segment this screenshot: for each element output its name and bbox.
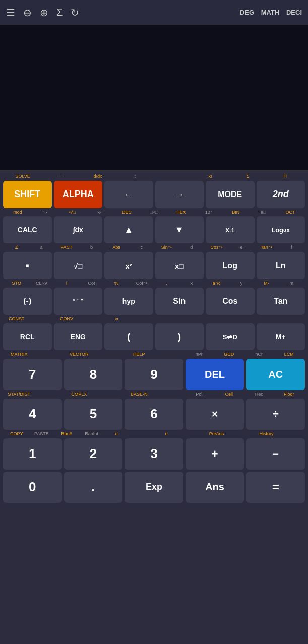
- log-button[interactable]: Log: [206, 252, 255, 279]
- up-arrow-button[interactable]: ▲: [104, 216, 153, 243]
- sec-empty-r8: [254, 316, 279, 323]
- three-button[interactable]: 3: [125, 438, 183, 470]
- cos-button[interactable]: Cos: [206, 288, 255, 315]
- hyp-button[interactable]: hyp: [104, 288, 153, 315]
- sec-mod: mod: [4, 210, 31, 216]
- second-button[interactable]: 2nd: [257, 181, 305, 208]
- xbox-button[interactable]: x□: [155, 252, 204, 279]
- std-button[interactable]: S⇌D: [206, 323, 255, 350]
- fraction-button[interactable]: ▪: [3, 252, 52, 279]
- del-button[interactable]: DEL: [186, 359, 244, 390]
- dms-button[interactable]: ° ' ": [54, 288, 103, 315]
- eight-button[interactable]: 8: [64, 359, 123, 390]
- sec-vector: VECTOR: [64, 352, 94, 358]
- multiply-button[interactable]: ×: [186, 399, 244, 430]
- open-paren-button[interactable]: (: [104, 323, 153, 350]
- sec-stat: STAT/DIST: [4, 392, 34, 398]
- expression-display: [7, 140, 301, 150]
- sec-bin: BIN: [222, 210, 250, 216]
- rcl-button[interactable]: RCL: [3, 323, 52, 350]
- sigma-icon[interactable]: Σ: [56, 7, 63, 18]
- sec-labels-sqrt: ∠ a FACT b Abs c Sin⁻¹ d Cos⁻¹ e Tan⁻¹ f: [2, 244, 306, 251]
- menu-icon[interactable]: ☰: [6, 7, 15, 19]
- refresh-icon[interactable]: ↻: [71, 7, 79, 19]
- sec-labels-rcl: CONST CONV ∞: [2, 316, 306, 323]
- minus-circle-icon[interactable]: ⊖: [23, 7, 32, 19]
- sec-f: f: [279, 245, 304, 251]
- eng-button[interactable]: ENG: [54, 323, 103, 350]
- calc-button[interactable]: CALC: [3, 216, 52, 243]
- sec-labels-shift: SOLVE = d/dx : x! Σ Π: [2, 173, 306, 180]
- display-area: [0, 25, 308, 171]
- equals-button[interactable]: =: [246, 472, 305, 503]
- x-inv-button[interactable]: x-1: [206, 216, 255, 243]
- exp-button[interactable]: Exp: [125, 472, 183, 503]
- two-button[interactable]: 2: [64, 438, 123, 470]
- sec-empty-r2: [79, 316, 104, 323]
- divide-button[interactable]: ÷: [246, 399, 305, 430]
- sec-e1: [34, 352, 65, 358]
- sec-piconst: π: [104, 431, 129, 437]
- sin-button[interactable]: Sin: [155, 288, 204, 315]
- sec-oct: OCT: [277, 210, 304, 216]
- right-arrow-button[interactable]: →: [155, 181, 204, 208]
- plus-button[interactable]: +: [186, 438, 244, 470]
- sec-econst: e: [154, 431, 179, 437]
- left-arrow-button[interactable]: ←: [104, 181, 153, 208]
- six-button[interactable]: 6: [125, 399, 183, 430]
- dot-button[interactable]: .: [64, 472, 123, 503]
- sec-percent: %: [104, 281, 129, 287]
- sec-lcm: LCM: [274, 352, 304, 358]
- nine-button[interactable]: 9: [125, 359, 183, 390]
- tan-button[interactable]: Tan: [257, 288, 305, 315]
- alpha-button[interactable]: ALPHA: [54, 181, 103, 208]
- mplus-button[interactable]: M+: [257, 323, 305, 350]
- ans-button[interactable]: Ans: [186, 472, 244, 503]
- sec-solve: SOLVE: [4, 174, 41, 180]
- plus-circle-icon[interactable]: ⊕: [40, 7, 48, 19]
- toolbar: ☰ ⊖ ⊕ Σ ↻ DEG MATH DECI: [0, 0, 308, 25]
- four-button[interactable]: 4: [3, 399, 62, 430]
- mode-button[interactable]: MODE: [206, 181, 255, 208]
- sec-gcd: GCD: [214, 352, 244, 358]
- shift-button[interactable]: SHIFT: [3, 181, 52, 208]
- sec-angle: ∠: [4, 245, 29, 251]
- down-arrow-button[interactable]: ▼: [155, 216, 204, 243]
- neg-button[interactable]: (-): [3, 288, 52, 315]
- sec-e3: [154, 352, 184, 358]
- one-button[interactable]: 1: [3, 438, 62, 470]
- sec-copy: COPY: [4, 431, 29, 437]
- minus-button[interactable]: −: [246, 438, 305, 470]
- sec-ncr: nCr: [244, 352, 274, 358]
- sec-e6: [154, 392, 184, 398]
- ln-button[interactable]: Ln: [257, 252, 305, 279]
- sec-inf: ∞: [104, 316, 129, 323]
- row-calc: CALC ∫dx ▲ ▼ x-1 Logax: [2, 215, 306, 244]
- sec-cot: Cot: [79, 281, 104, 287]
- sec-hex: HEX: [168, 210, 195, 216]
- row-123: 1 2 3 + −: [2, 437, 306, 471]
- result-display: [7, 150, 301, 165]
- sec-basen: BASE-N: [124, 392, 154, 398]
- sqrt-button[interactable]: √□: [54, 252, 103, 279]
- sec-rec: Rec: [244, 392, 274, 398]
- ac-button[interactable]: AC: [246, 359, 305, 390]
- sec-clrv: CLRv: [29, 281, 54, 287]
- sec-e: e: [229, 245, 254, 251]
- log-ax-button[interactable]: Logax: [257, 216, 305, 243]
- row-456: 4 5 6 × ÷: [2, 398, 306, 431]
- zero-button[interactable]: 0: [3, 472, 62, 503]
- sec-mminus: M-: [254, 281, 279, 287]
- seven-button[interactable]: 7: [3, 359, 62, 390]
- sec-e2: [94, 352, 125, 358]
- row-sqrt: ▪ √□ x² x□ Log Ln: [2, 251, 306, 280]
- close-paren-button[interactable]: ): [155, 323, 204, 350]
- sec-cotinv: Cot⁻¹: [129, 281, 154, 287]
- sec-empty-r4: [154, 316, 179, 323]
- sec-y: y: [229, 281, 254, 287]
- sec-sininv: Sin⁻¹: [154, 245, 179, 251]
- integral-button[interactable]: ∫dx: [54, 216, 103, 243]
- xsq-button[interactable]: x²: [104, 252, 153, 279]
- sec-labels-neg: STO CLRv i Cot % Cot⁻¹ , x aᵇ/c y M- m: [2, 280, 306, 287]
- five-button[interactable]: 5: [64, 399, 123, 430]
